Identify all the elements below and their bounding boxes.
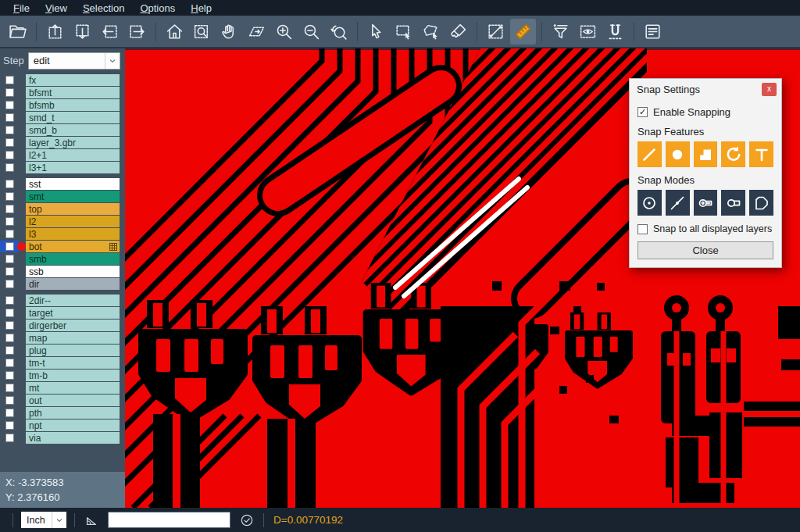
layer-label[interactable]: tm-b (26, 370, 120, 381)
layer-row-plug[interactable]: plug (0, 345, 125, 356)
layer-label[interactable]: l3 (26, 228, 120, 240)
ruler-button[interactable] (510, 19, 536, 45)
layer-visibility-checkbox[interactable] (0, 295, 19, 306)
chevron-down-icon[interactable] (105, 53, 120, 69)
layer-label[interactable]: l3+1 (26, 162, 120, 173)
layer-visibility-checkbox[interactable] (0, 124, 19, 136)
layer-visibility-checkbox[interactable] (0, 345, 19, 356)
layer-visibility-checkbox[interactable] (0, 420, 19, 431)
command-input[interactable] (108, 512, 230, 528)
zoom-previous-button[interactable] (326, 19, 352, 45)
layer-row-npt[interactable]: npt (0, 420, 125, 431)
pan-up-button[interactable] (42, 19, 68, 45)
close-icon[interactable]: x (762, 83, 777, 96)
layer-label[interactable]: ssb (26, 266, 120, 277)
enable-snapping-checkbox[interactable]: ✓ (638, 107, 648, 117)
layer-label[interactable]: bfsmb (26, 99, 120, 111)
layer-label[interactable]: top (26, 203, 120, 215)
measure-line-button[interactable] (483, 19, 509, 45)
snap-arc-button[interactable] (721, 141, 745, 167)
layer-label[interactable]: mt (26, 382, 120, 394)
layer-visibility-checkbox[interactable] (0, 74, 19, 86)
layer-label[interactable]: bot (26, 241, 120, 252)
zoom-in-button[interactable] (271, 19, 297, 45)
mode-contour-button[interactable] (749, 190, 773, 216)
apply-check-icon[interactable] (238, 512, 255, 529)
pan-left-button[interactable] (97, 19, 123, 45)
layer-row-bfsmt[interactable]: bfsmt (0, 87, 125, 98)
mode-midpoint-button[interactable] (666, 190, 690, 216)
layer-visibility-checkbox[interactable] (0, 203, 19, 215)
layer-visibility-checkbox[interactable] (0, 266, 19, 277)
layer-label[interactable]: smb (26, 253, 120, 265)
clean-brush-button[interactable] (445, 19, 471, 45)
layer-visibility-checkbox[interactable] (0, 137, 19, 148)
layer-label[interactable]: l2+1 (26, 149, 120, 161)
zoom-area-button[interactable] (244, 19, 270, 45)
layer-row-smt[interactable]: smt (0, 191, 125, 202)
layer-row-dir[interactable]: dir (0, 278, 125, 290)
layer-row-l3[interactable]: l3 (0, 228, 125, 240)
show-selection-button[interactable] (575, 19, 601, 45)
menu-item-options[interactable]: Options (133, 2, 182, 15)
enable-snapping-row[interactable]: ✓ Enable Snapping (638, 106, 773, 118)
layer-row-out[interactable]: out (0, 395, 125, 406)
layer-row-top[interactable]: top (0, 203, 125, 215)
select-polygon-button[interactable] (418, 19, 444, 45)
layer-label[interactable]: npt (26, 420, 120, 431)
layer-visibility-checkbox[interactable] (0, 228, 19, 240)
pan-hand-button[interactable] (216, 19, 242, 45)
layer-visibility-checkbox[interactable] (0, 370, 19, 381)
layer-label[interactable]: smt (26, 191, 120, 202)
dialog-title-bar[interactable]: Snap Settings x (630, 79, 781, 99)
layer-row-smd_b[interactable]: smd_b (0, 124, 125, 136)
layer-label[interactable]: fx (26, 74, 120, 86)
layer-label[interactable]: sst (26, 178, 120, 190)
snap-pad-button[interactable] (666, 141, 690, 167)
layer-label[interactable]: smd_t (26, 112, 120, 123)
layer-row-sst[interactable]: sst (0, 178, 125, 190)
layer-visibility-checkbox[interactable] (0, 87, 19, 98)
layer-row-bfsmb[interactable]: bfsmb (0, 99, 125, 111)
mode-center-button[interactable] (638, 190, 662, 216)
layer-visibility-checkbox[interactable] (0, 407, 19, 419)
layer-row-tm-t[interactable]: tm-t (0, 357, 125, 369)
layer-visibility-checkbox[interactable] (0, 332, 19, 344)
layer-row-layer_3.gbr[interactable]: layer_3.gbr (0, 137, 125, 148)
snap-all-layers-row[interactable]: Snap to all displayed layers (638, 223, 773, 234)
layer-row-l2[interactable]: l2 (0, 216, 125, 227)
mode-slot-key-button[interactable] (694, 190, 718, 216)
layer-row-fx[interactable]: fx (0, 74, 125, 86)
log-panel-button[interactable] (640, 19, 666, 45)
layer-label[interactable]: dirgerber (26, 320, 120, 331)
select-pointer-button[interactable] (363, 19, 389, 45)
layer-visibility-checkbox[interactable] (0, 278, 19, 290)
layer-visibility-checkbox[interactable] (0, 320, 19, 331)
layer-row-ssb[interactable]: ssb (0, 266, 125, 277)
layer-visibility-checkbox[interactable] (0, 432, 19, 444)
pan-right-button[interactable] (124, 19, 150, 45)
menu-item-file[interactable]: File (6, 2, 37, 15)
layer-visibility-checkbox[interactable] (0, 216, 19, 227)
layer-label[interactable]: plug (26, 345, 120, 356)
layer-row-smb[interactable]: smb (0, 253, 125, 265)
layer-row-tm-b[interactable]: tm-b (0, 370, 125, 381)
layer-label[interactable]: bfsmt (26, 87, 120, 98)
snap-text-button[interactable] (749, 141, 773, 167)
layer-label[interactable]: tm-t (26, 357, 120, 369)
zoom-out-button[interactable] (298, 19, 324, 45)
layer-label[interactable]: target (26, 307, 120, 319)
layer-label[interactable]: 2dir-- (26, 295, 120, 306)
layer-row-via[interactable]: via (0, 432, 125, 444)
layer-row-mt[interactable]: mt (0, 382, 125, 394)
layer-visibility-checkbox[interactable] (0, 307, 19, 319)
layer-visibility-checkbox[interactable] (0, 162, 19, 173)
menu-item-selection[interactable]: Selection (76, 2, 131, 15)
filter-button[interactable] (548, 19, 573, 45)
layer-label[interactable]: out (26, 395, 120, 406)
angle-measure-icon[interactable] (83, 512, 100, 529)
step-select[interactable]: edit (28, 52, 120, 70)
menu-item-view[interactable]: View (38, 2, 74, 15)
layer-row-2dir--[interactable]: 2dir-- (0, 295, 125, 306)
mode-slot-open-button[interactable] (721, 190, 745, 216)
